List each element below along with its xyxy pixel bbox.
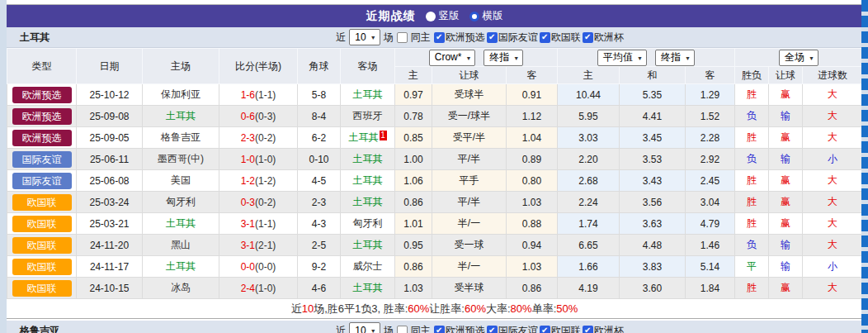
league-filter-item[interactable]: 欧国联 bbox=[540, 324, 581, 333]
away-team-cell: 匈牙利 bbox=[341, 213, 395, 235]
layout-horizontal-option[interactable]: 横版 bbox=[469, 9, 503, 23]
radio-selected-icon[interactable] bbox=[469, 12, 479, 21]
bookmaker-select[interactable]: Crow* bbox=[429, 50, 476, 66]
away-team-cell: 土耳其 bbox=[341, 149, 395, 170]
page-title: 近期战绩 bbox=[366, 9, 416, 24]
result-outcome-cell: 胜 bbox=[735, 84, 769, 106]
league-filter-item[interactable]: 国际友谊 bbox=[487, 31, 538, 45]
score-cell: 3-1(2-1) bbox=[219, 235, 298, 256]
match-count-value: 10 bbox=[355, 325, 366, 333]
league-checkbox-checked[interactable] bbox=[434, 32, 445, 43]
fulltime-score: 3-1 bbox=[241, 218, 255, 230]
avg-draw-odds: 3.43 bbox=[620, 170, 686, 192]
final-odds-value-2: 终指 bbox=[661, 51, 681, 64]
odds-away: 0.80 bbox=[507, 170, 558, 192]
league-checkbox-checked[interactable] bbox=[540, 326, 550, 333]
halftime-score: (0-3) bbox=[255, 111, 276, 122]
handicap-line: 平/半 bbox=[432, 192, 507, 213]
summary-segment: 近 bbox=[291, 302, 302, 316]
league-type-cell: 欧洲预选 bbox=[7, 127, 77, 149]
fulltime-score: 2-4 bbox=[241, 283, 255, 294]
avg-home-odds: 2.68 bbox=[558, 170, 620, 192]
final-odds-select-2[interactable]: 终指 bbox=[655, 50, 695, 66]
result-goals: 大 bbox=[828, 239, 837, 250]
handicap-line: 受球半 bbox=[432, 84, 507, 106]
avg-away-odds: 4.79 bbox=[686, 213, 735, 235]
league-filter-item[interactable]: 欧洲杯 bbox=[583, 31, 624, 45]
result-handicap-cell: 赢 bbox=[769, 213, 803, 235]
score-cell: 1-6(1-1) bbox=[219, 84, 298, 106]
same-home-label: 同主 bbox=[411, 324, 431, 333]
table-row: 欧国联25-03-24匈牙利0-3(0-2)2-3土耳其0.86平/半1.032… bbox=[7, 192, 863, 213]
odds-away: 0.91 bbox=[507, 84, 558, 106]
league-filter-item[interactable]: 欧国联 bbox=[540, 31, 581, 45]
filter-suffix-label: 场 bbox=[384, 31, 394, 45]
sub-header-avg-away: 客 bbox=[686, 67, 735, 84]
avg-away-odds: 1.84 bbox=[686, 278, 735, 299]
dashed-scroll-strip[interactable] bbox=[861, 0, 868, 333]
league-checkbox-checked[interactable] bbox=[583, 32, 593, 43]
away-team-cell: 土耳其 bbox=[341, 170, 395, 192]
home-team: 冰岛 bbox=[171, 282, 191, 293]
layout-vertical-option[interactable]: 竖版 bbox=[426, 9, 460, 23]
summary-segment: 让胜率: bbox=[429, 302, 465, 316]
result-handicap: 输 bbox=[781, 110, 790, 121]
away-team: 土耳其 bbox=[353, 196, 383, 207]
league-checkbox-checked[interactable] bbox=[583, 326, 593, 333]
result-handicap-cell: 赢 bbox=[769, 192, 803, 213]
result-handicap-cell: 赢 bbox=[769, 127, 803, 149]
result-handicap: 输 bbox=[781, 153, 790, 164]
league-checkbox-checked[interactable] bbox=[434, 326, 445, 333]
avg-draw-odds: 3.83 bbox=[620, 256, 686, 278]
average-select[interactable]: 平均值 bbox=[597, 50, 647, 66]
league-filter-item[interactable]: 欧洲预选 bbox=[434, 324, 485, 333]
handicap-line: 平/半 bbox=[432, 149, 507, 170]
avg-draw-odds: 3.63 bbox=[620, 213, 686, 235]
halftime-score: (0-2) bbox=[255, 197, 276, 208]
away-team: 土耳其 bbox=[353, 153, 383, 164]
odds-away: 1.04 bbox=[507, 127, 558, 149]
home-team-cell: 土耳其 bbox=[143, 106, 219, 127]
sub-header-away-odds: 客 bbox=[507, 67, 558, 84]
home-team: 墨西哥(中) bbox=[158, 153, 204, 164]
away-team-cell: 土耳其1 bbox=[341, 127, 395, 149]
recent-results-page: 近期战绩 竖版 横版 土耳其 近 10 场 同主 欧洲预选国际友谊欧国联欧洲杯 bbox=[0, 0, 868, 333]
home-team-cell: 格鲁吉亚 bbox=[143, 127, 219, 149]
home-team-cell: 黑山 bbox=[143, 235, 219, 256]
league-filter-item[interactable]: 国际友谊 bbox=[487, 324, 538, 333]
league-label: 国际友谊 bbox=[498, 324, 538, 333]
fulltime-score: 0-3 bbox=[241, 197, 255, 208]
chevron-down-icon bbox=[809, 51, 814, 64]
away-team-cell: 西班牙 bbox=[341, 106, 395, 127]
league-type-badge: 欧国联 bbox=[12, 237, 72, 254]
result-goals-cell: 大 bbox=[803, 213, 863, 235]
corner-count: 2-5 bbox=[298, 235, 341, 256]
match-count-select[interactable]: 10 bbox=[349, 322, 380, 333]
handicap-line: 受一/球半 bbox=[432, 106, 507, 127]
match-count-select[interactable]: 10 bbox=[349, 29, 380, 45]
scope-select[interactable]: 全场 bbox=[779, 50, 818, 66]
away-team-cell: 土耳其 bbox=[341, 278, 395, 299]
league-type-badge: 欧洲预选 bbox=[12, 108, 72, 125]
result-goals-cell: 大 bbox=[803, 127, 863, 149]
league-checkbox-checked[interactable] bbox=[487, 326, 498, 333]
home-team: 土耳其 bbox=[166, 110, 196, 121]
league-filter-item[interactable]: 欧洲预选 bbox=[434, 31, 485, 45]
match-date: 25-03-21 bbox=[77, 213, 143, 235]
same-home-checkbox[interactable] bbox=[397, 326, 408, 333]
summary-segment: 60% bbox=[465, 302, 486, 315]
result-outcome: 平 bbox=[747, 260, 757, 272]
team-filter-bar: 土耳其 近 10 场 同主 欧洲预选国际友谊欧国联欧洲杯 bbox=[7, 27, 862, 48]
final-odds-select[interactable]: 终指 bbox=[484, 50, 523, 66]
same-home-checkbox[interactable] bbox=[397, 32, 408, 43]
league-checkbox-checked[interactable] bbox=[487, 32, 498, 43]
result-goals: 小 bbox=[828, 153, 837, 164]
league-type-badge: 国际友谊 bbox=[12, 151, 72, 168]
avg-away-odds: 1.29 bbox=[686, 84, 735, 106]
odds-home: 1.01 bbox=[395, 213, 432, 235]
league-checkbox-checked[interactable] bbox=[540, 32, 550, 43]
away-team: 匈牙利 bbox=[353, 217, 383, 229]
league-filter-item[interactable]: 欧洲杯 bbox=[583, 324, 624, 333]
radio-unselected-icon[interactable] bbox=[426, 12, 436, 21]
scope-value: 全场 bbox=[785, 51, 804, 64]
